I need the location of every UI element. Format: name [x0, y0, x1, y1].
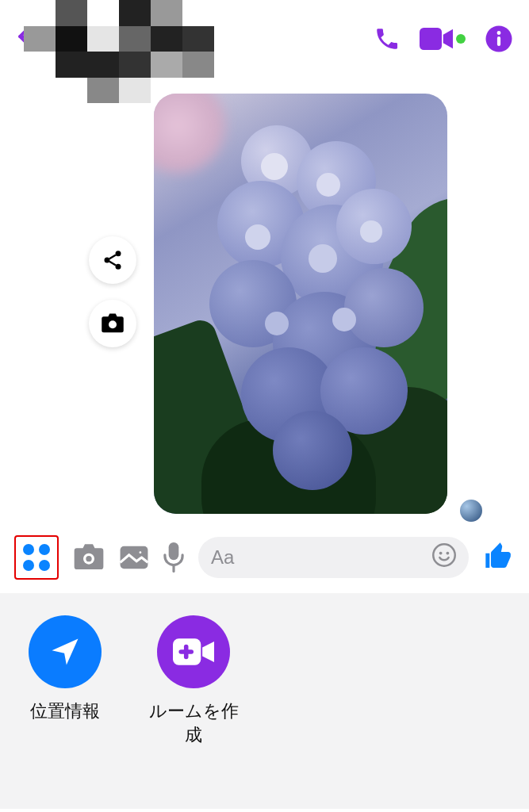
conversation-area: [0, 78, 529, 522]
svg-point-7: [116, 264, 121, 270]
svg-point-10: [86, 556, 91, 561]
emoji-picker-button[interactable]: [432, 543, 456, 573]
svg-point-5: [116, 251, 121, 256]
create-room-action[interactable]: ルームを作成: [146, 615, 241, 787]
svg-point-18: [447, 551, 450, 554]
share-button[interactable]: [89, 236, 136, 284]
svg-point-8: [109, 320, 117, 328]
svg-point-4: [497, 31, 501, 35]
microphone-button[interactable]: [163, 542, 184, 573]
svg-rect-14: [169, 542, 179, 560]
svg-rect-21: [178, 649, 194, 654]
camera-button[interactable]: [73, 544, 105, 571]
seen-indicator-avatar: [458, 498, 484, 523]
quick-actions-panel: 位置情報 ルームを作成: [0, 593, 529, 809]
thumbs-up-button[interactable]: [483, 540, 515, 575]
more-apps-button[interactable]: [14, 535, 59, 580]
more-apps-icon: [23, 544, 50, 571]
sent-image-message[interactable]: [154, 94, 447, 514]
message-text-input[interactable]: Aa: [198, 537, 469, 578]
svg-point-17: [439, 551, 443, 554]
gallery-button[interactable]: [119, 545, 149, 570]
video-call-button[interactable]: [420, 27, 453, 51]
svg-point-13: [138, 550, 143, 555]
location-label: 位置情報: [30, 699, 100, 723]
create-room-icon: [157, 615, 230, 688]
message-camera-button[interactable]: [89, 300, 136, 347]
voice-call-button[interactable]: [374, 25, 401, 52]
svg-point-16: [433, 544, 455, 566]
svg-point-6: [105, 258, 110, 263]
online-status-dot: [456, 34, 466, 44]
input-placeholder: Aa: [211, 546, 234, 569]
location-action[interactable]: 位置情報: [17, 615, 113, 787]
chat-info-button[interactable]: [485, 25, 513, 53]
location-icon: [29, 615, 102, 688]
svg-rect-1: [420, 28, 442, 50]
chat-header: [0, 0, 529, 78]
create-room-label: ルームを作成: [146, 699, 241, 746]
message-input-bar: Aa: [0, 522, 529, 593]
svg-rect-3: [497, 36, 500, 46]
